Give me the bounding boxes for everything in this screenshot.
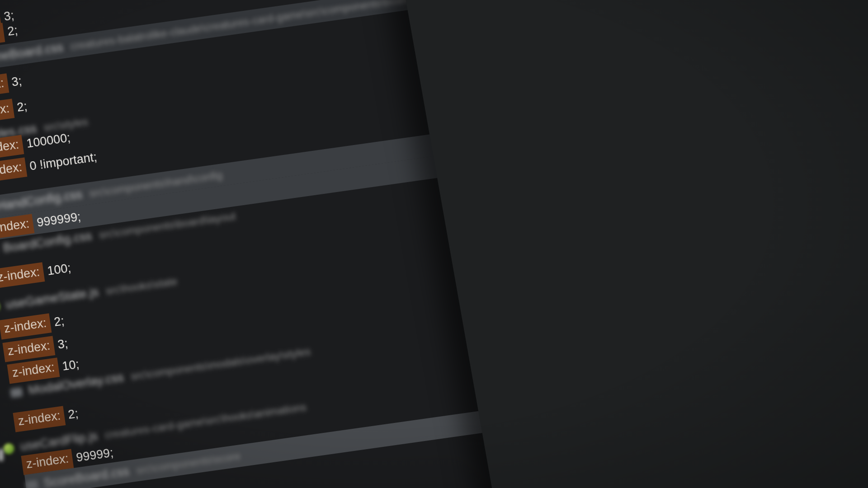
match-value: 10;	[61, 357, 80, 374]
match-value: 3;	[57, 337, 69, 352]
blurred-file-icon	[10, 387, 23, 398]
match-value: 3;	[11, 74, 23, 89]
file-path: src\hooks\state	[105, 275, 178, 297]
clipped-icon-fragment	[0, 449, 3, 461]
js-file-icon	[0, 300, 0, 313]
match-value: 0 !important;	[29, 150, 98, 174]
match-value: 100;	[47, 261, 72, 278]
match-value: 2;	[53, 314, 66, 329]
js-file-icon	[3, 442, 15, 455]
match-value: 99999;	[75, 446, 114, 465]
match-value: 2;	[67, 407, 80, 422]
match-value: 2;	[16, 99, 28, 115]
blurred-file-icon	[25, 480, 38, 488]
match-highlight: z-index:	[13, 406, 65, 432]
match-highlight: z-index:	[0, 157, 27, 183]
match-highlight: z-index:	[0, 262, 45, 288]
search-results-screenshot: z-index:3;z-index:2;GameBoard.csscreatur…	[0, 0, 868, 488]
match-value: 2;	[7, 23, 19, 39]
file-name: GameBoard.css	[0, 40, 64, 66]
match-value: 100000;	[26, 131, 71, 151]
match-highlight: z-index:	[0, 73, 9, 99]
